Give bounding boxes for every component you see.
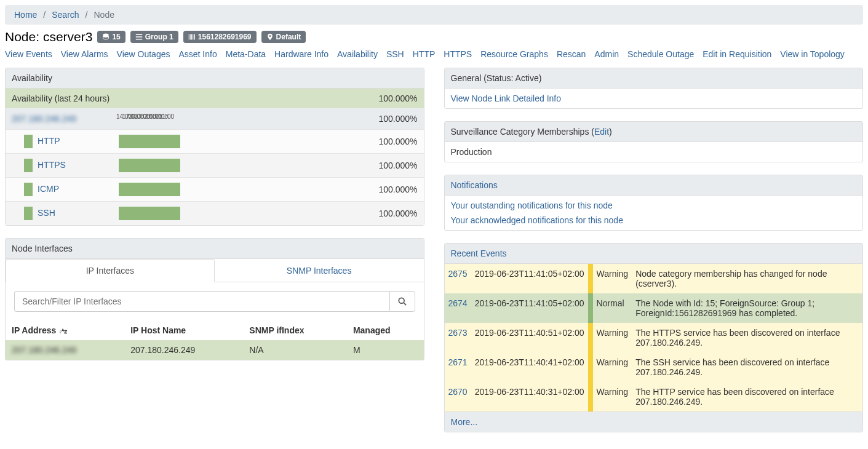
severity-bar <box>588 264 593 293</box>
event-timestamp: 2019-06-23T11:40:41+02:00 <box>471 352 588 382</box>
cell-host: 207.180.246.249 <box>124 340 243 360</box>
surveillance-edit-link[interactable]: Edit <box>594 127 609 137</box>
event-row: 26712019-06-23T11:40:41+02:00WarningThe … <box>445 352 863 382</box>
breadcrumb-search[interactable]: Search <box>52 10 79 20</box>
event-row: 26752019-06-23T11:41:05+02:00WarningNode… <box>445 264 863 293</box>
event-row: 26702019-06-23T11:40:31+02:00WarningThe … <box>445 382 863 411</box>
outstanding-notifications-link[interactable]: Your outstanding notifications for this … <box>451 201 613 210</box>
severity-bar <box>588 323 593 352</box>
event-timestamp: 2019-06-23T11:40:51+02:00 <box>471 323 588 352</box>
event-timestamp: 2019-06-23T11:41:05+02:00 <box>471 264 588 293</box>
breadcrumb: Home / Search / Node <box>5 5 863 25</box>
event-message: The Node with Id: 15; ForeignSource: Gro… <box>632 293 862 323</box>
availability-summary-pct: 100.000% <box>171 89 424 108</box>
action-admin[interactable]: Admin <box>594 49 619 59</box>
action-hardware-info[interactable]: Hardware Info <box>274 49 328 59</box>
action-asset-info[interactable]: Asset Info <box>178 49 217 59</box>
action-availability[interactable]: Availability <box>337 49 378 59</box>
service-link-http[interactable]: HTTP <box>38 136 60 146</box>
event-row: 26732019-06-23T11:40:51+02:00WarningThe … <box>445 323 863 352</box>
availability-ip-pct: 100.000% <box>171 108 424 129</box>
availability-ip-link[interactable]: 207.180.246.249 <box>12 114 76 124</box>
event-severity: Warning <box>593 352 632 382</box>
recent-events-header-link[interactable]: Recent Events <box>451 248 507 258</box>
action-schedule-outage[interactable]: Schedule Outage <box>627 49 694 59</box>
breadcrumb-sep: / <box>86 10 88 20</box>
table-row[interactable]: 207.180.246.249207.180.246.249N/AM <box>6 340 424 360</box>
breadcrumb-sep: / <box>43 10 46 20</box>
pin-icon <box>266 33 274 41</box>
svg-rect-3 <box>136 39 143 40</box>
col-ip-address[interactable]: IP Address↓ᴬᴢ <box>6 320 124 340</box>
status-tick <box>24 135 33 148</box>
timeline-bar <box>119 159 180 172</box>
event-message: Node category membership has changed for… <box>632 264 862 293</box>
event-id-link[interactable]: 2671 <box>448 357 468 367</box>
cell-ip: 207.180.246.249 <box>12 345 76 355</box>
badge-node-id: 15 <box>97 31 125 43</box>
event-id-link[interactable]: 2670 <box>448 387 468 397</box>
list-icon <box>135 33 143 41</box>
svg-rect-8 <box>194 34 195 40</box>
event-row: 26742019-06-23T11:41:05+02:00NormalThe N… <box>445 293 863 323</box>
search-interfaces-input[interactable] <box>14 291 389 312</box>
event-id-link[interactable]: 2674 <box>448 298 468 308</box>
availability-summary-label: Availability (last 24 hours) <box>6 89 171 108</box>
recent-events-more-link[interactable]: More... <box>451 417 478 427</box>
action-resource-graphs[interactable]: Resource Graphs <box>480 49 548 59</box>
severity-bar <box>588 293 593 323</box>
service-pct: 100.000% <box>189 154 423 178</box>
action-ssh[interactable]: SSH <box>386 49 404 59</box>
action-links: View EventsView AlarmsView OutagesAsset … <box>5 49 863 59</box>
event-timestamp: 2019-06-23T11:41:05+02:00 <box>471 293 588 323</box>
action-meta-data[interactable]: Meta-Data <box>226 49 266 59</box>
action-view-in-topology[interactable]: View in Topology <box>780 49 845 59</box>
search-interfaces-button[interactable] <box>389 291 415 312</box>
action-view-events[interactable]: View Events <box>5 49 52 59</box>
tab-snmp-interfaces[interactable]: SNMP Interfaces <box>215 259 424 282</box>
event-message: The HTTP service has been discovered on … <box>632 382 862 411</box>
tab-ip-interfaces[interactable]: IP Interfaces <box>6 259 215 282</box>
col-managed[interactable]: Managed <box>347 320 424 340</box>
action-rescan[interactable]: Rescan <box>557 49 586 59</box>
event-severity: Warning <box>593 382 632 411</box>
breadcrumb-home[interactable]: Home <box>14 10 37 20</box>
cell-ifindex: N/A <box>243 340 347 360</box>
notifications-card: Notifications Your outstanding notificat… <box>444 175 864 231</box>
event-id-link[interactable]: 2675 <box>448 269 468 279</box>
col-snmp-ifindex[interactable]: SNMP ifIndex <box>243 320 347 340</box>
view-node-link-detailed-info[interactable]: View Node Link Detailed Info <box>451 93 562 103</box>
database-icon <box>102 33 109 41</box>
service-pct: 100.000% <box>189 202 423 226</box>
acknowledged-notifications-link[interactable]: Your acknowledged notifications for this… <box>451 215 623 225</box>
page-title: Node: cserver3 <box>5 30 92 44</box>
severity-bar <box>588 382 593 411</box>
event-message: The SSH service has been discovered on i… <box>632 352 862 382</box>
action-view-outages[interactable]: View Outages <box>117 49 170 59</box>
timeline-bar <box>119 183 180 196</box>
svg-line-10 <box>404 303 406 306</box>
general-card: General (Status: Active) View Node Link … <box>444 68 864 109</box>
event-id-link[interactable]: 2673 <box>448 328 468 338</box>
recent-events-card: Recent Events 26752019-06-23T11:41:05+02… <box>444 243 864 432</box>
cell-managed: M <box>347 340 424 360</box>
service-pct: 100.000% <box>189 130 423 154</box>
notifications-header-link[interactable]: Notifications <box>451 180 498 190</box>
action-https[interactable]: HTTPS <box>444 49 472 59</box>
sort-asc-icon: ↓ᴬᴢ <box>58 328 67 335</box>
service-link-icmp[interactable]: ICMP <box>38 184 59 194</box>
event-severity: Normal <box>593 293 632 323</box>
timeline-bar <box>119 135 180 148</box>
event-timestamp: 2019-06-23T11:40:31+02:00 <box>471 382 588 411</box>
col-ip-host-name[interactable]: IP Host Name <box>124 320 243 340</box>
service-link-https[interactable]: HTTPS <box>38 160 66 170</box>
event-message: The HTTPS service has been discovered on… <box>632 323 862 352</box>
action-http[interactable]: HTTP <box>413 49 436 59</box>
status-tick <box>24 183 33 196</box>
badge-location: Default <box>261 31 306 43</box>
page-title-row: Node: cserver3 15 Group 1 1561282691969 … <box>5 30 863 44</box>
service-link-ssh[interactable]: SSH <box>38 208 55 218</box>
action-edit-in-requisition[interactable]: Edit in Requisition <box>703 49 771 59</box>
action-view-alarms[interactable]: View Alarms <box>61 49 108 59</box>
interfaces-header: Node Interfaces <box>6 239 424 259</box>
